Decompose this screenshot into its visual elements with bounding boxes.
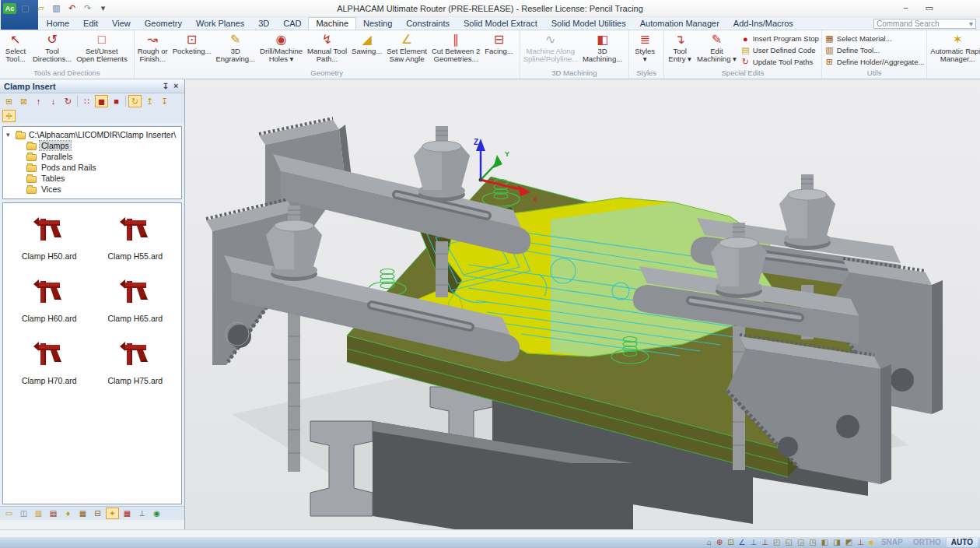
ribbon-small-button[interactable]: ● Insert Program Stop: [740, 33, 819, 44]
qat-icon[interactable]: ▥: [50, 2, 63, 14]
panel-tool-icon[interactable]: ↧: [158, 95, 171, 107]
tree-folder-item[interactable]: Tables: [5, 174, 180, 183]
status-icon[interactable]: ◱: [782, 538, 794, 547]
clamp-file-item[interactable]: Clamp H60.ard: [22, 276, 77, 335]
ribbon-tab[interactable]: CAD: [276, 18, 308, 30]
ribbon-button[interactable]: ◧ 3D Machining...: [580, 30, 625, 68]
qat-icon[interactable]: ▱: [34, 2, 47, 14]
status-toggle[interactable]: ORTHO: [908, 538, 946, 547]
clamp-file-item[interactable]: Clamp H70.ard: [22, 339, 77, 398]
panel-bottom-icon[interactable]: ⊟: [91, 508, 104, 519]
close-icon[interactable]: ×: [171, 82, 180, 90]
status-toggle[interactable]: AUTO: [946, 538, 978, 547]
panel-tool-icon[interactable]: ◼: [95, 95, 108, 107]
tree-root-node[interactable]: ▾ C:\Alphacam\LICOMDIR\Clamp Inserter\: [5, 130, 180, 139]
window-control-button[interactable]: −: [903, 3, 908, 13]
ribbon-small-button[interactable]: ▦ Select Material...: [824, 33, 924, 44]
ribbon-tab[interactable]: Solid Model Utilities: [544, 18, 633, 30]
qat-icon[interactable]: ▢: [19, 2, 32, 14]
ribbon-button[interactable]: ↖ Select Tool...: [1, 30, 30, 68]
panel-tool-icon[interactable]: ■: [110, 95, 123, 107]
ribbon-button[interactable]: ✶ Automatic Rapid Manager...: [928, 30, 980, 68]
ribbon-button[interactable]: ⊡ Pocketing...: [170, 30, 214, 68]
ribbon-button[interactable]: ↯ Manual Tool Path...: [305, 30, 349, 68]
ribbon-tab[interactable]: Constraints: [399, 18, 457, 30]
ribbon-tab[interactable]: Solid Model Extract: [457, 18, 544, 30]
ribbon-button[interactable]: ≣ Styles ▾: [630, 30, 660, 68]
status-icon[interactable]: ∠: [737, 538, 748, 547]
clamp-file-item[interactable]: Clamp H55.ard: [107, 214, 163, 273]
ribbon-button[interactable]: □ Set/Unset Open Elements: [74, 30, 129, 68]
status-icon[interactable]: ■: [866, 538, 876, 547]
ribbon-tab[interactable]: View: [105, 18, 138, 30]
command-search-input[interactable]: Command Search ▾: [873, 19, 976, 29]
panel-tool-icon[interactable]: ↥: [143, 95, 156, 107]
ribbon-tab[interactable]: Home: [40, 18, 76, 30]
panel-bottom-icon[interactable]: ▦: [121, 508, 134, 519]
status-icon[interactable]: ⊕: [714, 538, 725, 547]
panel-tool-icon[interactable]: ↓: [47, 95, 60, 107]
panel-tool-icon[interactable]: [124, 96, 127, 107]
status-icon[interactable]: ◨: [831, 538, 842, 547]
clamp-file-item[interactable]: Clamp H50.ard: [22, 214, 77, 273]
panel-tool-icon[interactable]: [76, 96, 79, 107]
status-toggle[interactable]: SNAP: [876, 538, 908, 547]
ribbon-small-button[interactable]: ▤ User Defined Code: [740, 44, 819, 56]
ribbon-tab[interactable]: Nesting: [356, 18, 399, 30]
panel-tool-icon[interactable]: ↻: [128, 95, 142, 107]
status-icon[interactable]: ⌂: [705, 538, 714, 547]
tree-folder-item[interactable]: Vices: [5, 184, 180, 194]
ribbon-button[interactable]: ∿ Machine Along Spline/Polyline...: [521, 30, 580, 68]
ribbon-tab[interactable]: Work Planes: [189, 18, 251, 30]
ribbon-small-button[interactable]: ↻ Update Tool Paths: [740, 56, 819, 68]
panel-bottom-icon[interactable]: ◫: [17, 508, 30, 519]
tree-folder-item[interactable]: Pods and Rails: [5, 163, 180, 172]
status-icon[interactable]: ⊥: [759, 538, 771, 547]
ribbon-small-button[interactable]: ⊞ Define Holder/Aggregate...: [824, 56, 924, 68]
panel-bottom-icon[interactable]: ♦: [61, 508, 75, 519]
qat-icon[interactable]: ▾: [96, 2, 110, 14]
ribbon-button[interactable]: ↺ Tool Directions...: [30, 30, 74, 68]
panel-tool-icon[interactable]: ↻: [61, 95, 75, 107]
ribbon-button[interactable]: ↴ Tool Entry ▾: [665, 30, 695, 68]
panel-bottom-icon[interactable]: ▦: [76, 508, 89, 519]
status-icon[interactable]: ◩: [843, 538, 855, 547]
ribbon-tab[interactable]: 3D: [251, 18, 276, 30]
clamp-file-item[interactable]: Clamp H75.ard: [107, 339, 163, 398]
tree-folder-item[interactable]: Parallels: [5, 152, 180, 161]
ribbon-button[interactable]: ↝ Rough or Finish...: [135, 30, 170, 68]
ribbon-button[interactable]: ◉ Drill/Machine Holes ▾: [257, 30, 305, 68]
panel-tool-icon[interactable]: ∷: [80, 95, 93, 107]
status-icon[interactable]: ⊡: [725, 538, 736, 547]
status-icon[interactable]: ⊥: [855, 538, 866, 547]
qat-icon[interactable]: Ac: [3, 3, 16, 14]
panel-bottom-icon[interactable]: ▤: [47, 508, 60, 519]
pin-icon[interactable]: ↧: [160, 82, 171, 90]
status-icon[interactable]: ◰: [771, 538, 782, 547]
panel-bottom-icon[interactable]: ▥: [32, 508, 45, 519]
panel-bottom-icon[interactable]: ✦: [106, 508, 119, 519]
clamp-file-item[interactable]: Clamp H65.ard: [107, 276, 163, 335]
tree-folder-item[interactable]: Clamps: [5, 141, 180, 150]
ribbon-button[interactable]: ∥ Cut Between 2 Geometries...: [429, 30, 482, 68]
panel-tool-icon[interactable]: ⊞: [2, 95, 16, 107]
ribbon-tab[interactable]: Machine: [308, 17, 356, 30]
panel-tool-icon[interactable]: ✛: [2, 110, 16, 122]
window-control-button[interactable]: ▭: [926, 3, 933, 13]
panel-tool-icon[interactable]: ⊠: [17, 95, 30, 107]
ribbon-button[interactable]: ✎ 3D Engraving...: [213, 30, 257, 68]
viewport-3d[interactable]: Z Y X: [185, 79, 980, 529]
ribbon-tab[interactable]: Add-Ins/Macros: [726, 18, 800, 30]
qat-icon[interactable]: ↷: [81, 2, 94, 14]
status-icon[interactable]: ◧: [819, 538, 831, 547]
ribbon-button[interactable]: ✎ Edit Machining ▾: [695, 30, 739, 68]
panel-bottom-icon[interactable]: ⊥: [135, 508, 149, 519]
panel-bottom-icon[interactable]: ▭: [2, 508, 16, 519]
panel-bottom-icon[interactable]: ◉: [150, 508, 163, 519]
ribbon-button[interactable]: ∠ Set Element Saw Angle: [384, 30, 429, 68]
ribbon-button[interactable]: ◢ Sawing...: [349, 30, 384, 68]
qat-icon[interactable]: ↶: [65, 2, 79, 14]
status-icon[interactable]: ◳: [807, 538, 818, 547]
status-icon[interactable]: ◲: [795, 538, 807, 547]
ribbon-button[interactable]: ⊟ Facing...: [482, 30, 515, 68]
